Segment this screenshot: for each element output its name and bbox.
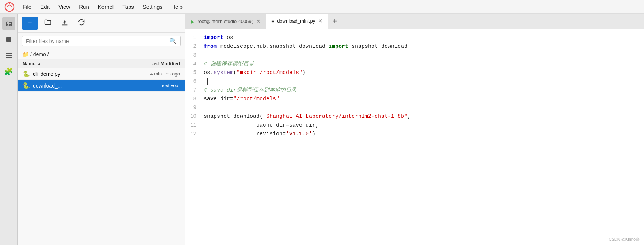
code-line: 12 revision='v1.1.0') (185, 130, 644, 139)
line-content (204, 104, 644, 112)
activity-stop[interactable] (2, 33, 15, 46)
menu-help[interactable]: Help (168, 2, 186, 11)
line-content: cache_dir=save_dir, (204, 121, 644, 130)
line-content: snapshot_download("Shanghai_AI_Laborator… (204, 112, 644, 121)
file-name: cli_demo.py (33, 71, 122, 77)
tab-file[interactable]: ≡ download_mini.py ✕ (266, 14, 328, 29)
menu-run[interactable]: Run (75, 2, 93, 11)
tab-label: root@intern-studio-40059( (198, 19, 253, 24)
sort-asc-icon[interactable]: ▲ (37, 61, 41, 66)
file-table-header: Name ▲ Last Modified (18, 59, 185, 68)
search-input[interactable] (26, 38, 166, 44)
code-line: 7 # save_dir是模型保存到本地的目录 (185, 86, 644, 95)
menu-kernel[interactable]: Kernel (94, 2, 117, 11)
search-box: 🔍 (22, 36, 181, 46)
refresh-button[interactable] (74, 17, 88, 30)
menubar: File Edit View Run Kernel Tabs Settings … (0, 0, 644, 14)
line-content: import os (204, 34, 644, 42)
line-content (204, 77, 644, 86)
menu-view[interactable]: View (55, 2, 74, 11)
main-layout: 🗂 🧩 + (0, 14, 644, 245)
menu-tabs[interactable]: Tabs (119, 2, 138, 11)
terminal-icon: ▶ (191, 19, 195, 24)
line-number: 3 (185, 51, 204, 60)
new-button[interactable]: + (22, 17, 38, 30)
line-number: 11 (185, 121, 204, 130)
code-line: 2 from modelscope.hub.snapshot_download … (185, 42, 644, 51)
file-toolbar: + (18, 14, 185, 33)
code-line: 3 (185, 51, 644, 60)
code-line: 9 (185, 104, 644, 112)
line-content: # 创建保存模型目录 (204, 60, 644, 69)
file-table: Name ▲ Last Modified 🐍 cli_demo.py 4 min… (18, 59, 185, 245)
line-content: # save_dir是模型保存到本地的目录 (204, 86, 644, 95)
line-number: 12 (185, 130, 204, 139)
plus-icon: + (28, 19, 32, 27)
activity-files[interactable]: 🗂 (2, 17, 15, 30)
line-number: 6 (185, 77, 204, 86)
line-content: os.system("mkdir /root/models") (204, 69, 644, 77)
code-line: 11 cache_dir=save_dir, (185, 121, 644, 130)
menu-settings[interactable]: Settings (139, 2, 166, 11)
code-editor[interactable]: 1 import os 2 from modelscope.hub.snapsh… (185, 29, 644, 245)
file-tab-icon: ≡ (271, 18, 274, 24)
tab-close-button[interactable]: ✕ (318, 18, 323, 24)
tab-close-button[interactable]: ✕ (256, 19, 261, 24)
menu-file[interactable]: File (19, 2, 35, 11)
tab-bar: ▶ root@intern-studio-40059( ✕ ≡ download… (185, 14, 644, 29)
tab-label: download_mini.py (277, 18, 315, 24)
python-icon: 🐍 (23, 70, 30, 77)
svg-rect-4 (6, 55, 12, 56)
line-number: 9 (185, 104, 204, 112)
new-folder-button[interactable] (41, 17, 55, 30)
upload-button[interactable] (58, 17, 72, 30)
activity-bar: 🗂 🧩 (0, 14, 18, 245)
watermark: CSDN @Kinno酱 (609, 237, 640, 242)
code-line: 5 os.system("mkdir /root/models") (185, 69, 644, 77)
folder-breadcrumb-icon: 📁 (23, 51, 29, 57)
code-line: 8 save_dir="/root/models" (185, 95, 644, 104)
line-number: 1 (185, 34, 204, 42)
activity-extensions[interactable]: 🧩 (2, 65, 15, 78)
svg-rect-2 (6, 37, 11, 42)
col-modified-label: Last Modified (122, 61, 180, 66)
svg-rect-5 (6, 57, 12, 58)
file-modified-time: 4 minutes ago (122, 71, 180, 77)
app-logo (4, 2, 15, 12)
file-row[interactable]: 🐍 cli_demo.py 4 minutes ago (18, 68, 185, 80)
svg-rect-3 (6, 53, 12, 54)
file-name: download_... (33, 83, 122, 89)
file-row[interactable]: 🐍 download_... next year (18, 80, 185, 92)
line-content: save_dir="/root/models" (204, 95, 644, 104)
file-modified-time: next year (122, 83, 180, 88)
col-name-label: Name (23, 61, 35, 66)
line-number: 5 (185, 69, 204, 77)
python-icon-selected: 🐍 (23, 82, 30, 89)
tab-terminal[interactable]: ▶ root@intern-studio-40059( ✕ (185, 14, 266, 29)
line-number: 7 (185, 86, 204, 95)
svg-point-1 (9, 3, 10, 4)
line-content (204, 51, 644, 60)
menu-edit[interactable]: Edit (37, 2, 53, 11)
code-line: 4 # 创建保存模型目录 (185, 60, 644, 69)
line-number: 8 (185, 95, 204, 104)
add-tab-button[interactable]: + (328, 14, 341, 29)
editor-area: ▶ root@intern-studio-40059( ✕ ≡ download… (185, 14, 644, 245)
line-number: 2 (185, 42, 204, 51)
line-content: revision='v1.1.0') (204, 130, 644, 139)
line-number: 4 (185, 60, 204, 69)
code-line: 6 (185, 77, 644, 86)
line-content: from modelscope.hub.snapshot_download im… (204, 42, 644, 51)
search-icon: 🔍 (169, 38, 177, 44)
breadcrumb-path: / demo / (30, 51, 49, 57)
code-line: 1 import os (185, 34, 644, 42)
activity-list[interactable] (2, 49, 15, 62)
line-number: 10 (185, 112, 204, 121)
file-panel: + 🔍 (18, 14, 185, 245)
code-line: 10 snapshot_download("Shanghai_AI_Labora… (185, 112, 644, 121)
breadcrumb: 📁 / demo / (18, 49, 185, 59)
